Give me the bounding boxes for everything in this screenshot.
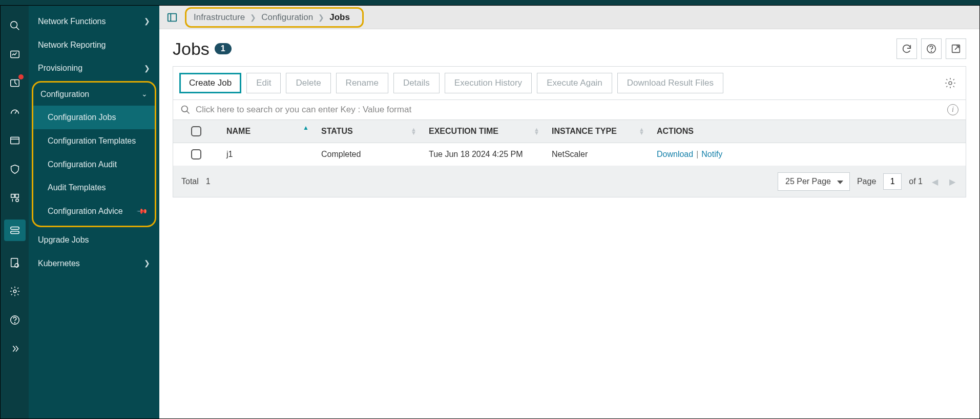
breadcrumb-infrastructure[interactable]: Infrastructure [194, 12, 245, 23]
svg-point-0 [10, 22, 17, 28]
sidebar-item-label: Configuration [40, 89, 89, 100]
svg-point-20 [931, 51, 931, 51]
chevron-right-icon: ❯ [144, 64, 150, 73]
create-job-button[interactable]: Create Job [179, 73, 241, 93]
breadcrumb-configuration[interactable]: Configuration [261, 12, 313, 23]
header-checkbox [173, 120, 219, 143]
sidebar-item-label: Configuration Advice [48, 206, 123, 217]
total-label: Total [181, 177, 199, 186]
report-icon[interactable] [8, 255, 22, 270]
rename-button[interactable]: Rename [336, 73, 388, 93]
cell-status: Completed [314, 143, 422, 166]
chevron-right-icon: ❯ [250, 13, 256, 22]
info-icon[interactable]: i [947, 104, 958, 115]
per-page-select[interactable]: 25 Per Page [778, 172, 850, 191]
sidebar-item-label: Configuration Jobs [48, 112, 116, 123]
search-row: i [173, 99, 966, 119]
sidebar-item-kubernetes[interactable]: Kubernetes ❯ [29, 252, 159, 275]
header-execution-time[interactable]: EXECUTION TIME▲▼ [422, 120, 545, 143]
sidebar-item-network-functions[interactable]: Network Functions ❯ [29, 10, 159, 33]
svg-point-14 [13, 290, 16, 293]
sidebar-sub-configuration-advice[interactable]: Configuration Advice 📌 [33, 199, 155, 223]
sidebar-item-label: Network Reporting [38, 39, 106, 51]
notify-link[interactable]: Notify [701, 150, 722, 159]
pin-icon[interactable]: 📌 [136, 205, 149, 217]
count-badge: 1 [215, 43, 232, 54]
sidebar-item-label: Configuration Templates [48, 135, 136, 147]
svg-rect-5 [10, 137, 19, 144]
search-input[interactable] [196, 105, 942, 115]
settings-icon[interactable] [8, 284, 22, 298]
window-icon[interactable] [8, 133, 22, 148]
refresh-icon[interactable] [896, 38, 917, 59]
prev-page-icon[interactable]: ◀ [930, 177, 940, 187]
sidebar-sub-configuration-audit[interactable]: Configuration Audit [33, 153, 155, 176]
page-input[interactable] [883, 173, 902, 190]
sidebar-item-upgrade-jobs[interactable]: Upgrade Jobs [29, 228, 159, 252]
breadcrumb-bar: Infrastructure ❯ Configuration ❯ Jobs [159, 6, 979, 29]
svg-rect-12 [11, 258, 17, 267]
top-accent-bar [0, 0, 980, 5]
sidebar-configuration-children: Configuration Jobs Configuration Templat… [33, 106, 155, 223]
cell-instance-type: NetScaler [545, 143, 650, 166]
help-icon[interactable] [8, 313, 22, 327]
next-page-icon[interactable]: ▶ [947, 177, 957, 187]
sidebar: Network Functions ❯ Network Reporting Pr… [29, 6, 159, 418]
sidebar-item-configuration[interactable]: Configuration ⌄ [33, 83, 155, 106]
svg-rect-17 [168, 13, 177, 21]
svg-line-24 [187, 111, 190, 114]
edit-button[interactable]: Edit [246, 73, 281, 93]
page-label: Page [857, 177, 876, 186]
sidebar-sub-audit-templates[interactable]: Audit Templates [33, 176, 155, 199]
sort-icon: ▲▼ [411, 128, 416, 135]
delete-button[interactable]: Delete [286, 73, 330, 93]
table-settings-icon[interactable] [941, 74, 960, 92]
chevron-down-icon: ⌄ [141, 89, 148, 99]
details-button[interactable]: Details [393, 73, 440, 93]
inbox-icon[interactable] [8, 76, 22, 90]
sort-icon: ▲▼ [534, 128, 539, 135]
sidebar-item-provisioning[interactable]: Provisioning ❯ [29, 56, 159, 80]
select-all-checkbox[interactable] [191, 126, 201, 136]
notification-dot [18, 74, 24, 79]
chevron-right-icon: ❯ [144, 16, 150, 26]
search-icon[interactable] [8, 18, 22, 33]
sidebar-sub-configuration-templates[interactable]: Configuration Templates [33, 129, 155, 153]
execute-again-button[interactable]: Execute Again [537, 73, 612, 93]
sidebar-sub-configuration-jobs[interactable]: Configuration Jobs [33, 106, 155, 129]
help-icon[interactable] [921, 38, 942, 59]
sidebar-item-label: Configuration Audit [48, 159, 117, 170]
apps-icon[interactable] [8, 191, 22, 205]
header-status[interactable]: STATUS▲▼ [314, 120, 422, 143]
sort-icon: ▲▼ [639, 128, 644, 135]
chevron-right-icon: ❯ [318, 13, 324, 22]
jobs-table: NAME▲ STATUS▲▼ EXECUTION TIME▲▼ INSTANCE… [173, 120, 966, 197]
gauge-icon[interactable] [8, 105, 22, 119]
table-row: j1 Completed Tue Jun 18 2024 4:25 PM Net… [173, 143, 966, 166]
icon-rail [1, 6, 29, 418]
search-icon [180, 105, 191, 115]
content: Jobs 1 Create Job Edit Delete Rename Det… [159, 29, 979, 418]
page-of-label: of 1 [909, 177, 923, 186]
external-link-icon[interactable] [946, 38, 966, 59]
shield-icon[interactable] [8, 162, 22, 176]
sidebar-item-label: Upgrade Jobs [38, 234, 89, 246]
sidebar-item-label: Audit Templates [48, 182, 106, 193]
panel-toggle-icon[interactable] [166, 12, 178, 23]
svg-rect-11 [10, 231, 19, 234]
main-panel: Infrastructure ❯ Configuration ❯ Jobs Jo… [159, 6, 979, 418]
sidebar-item-network-reporting[interactable]: Network Reporting [29, 33, 159, 57]
header-name[interactable]: NAME▲ [219, 120, 314, 143]
row-checkbox[interactable] [191, 149, 201, 159]
download-link[interactable]: Download [657, 150, 693, 159]
expand-icon[interactable] [8, 342, 22, 356]
header-instance-type[interactable]: INSTANCE TYPE▲▼ [545, 120, 650, 143]
breadcrumb-jobs: Jobs [329, 12, 350, 23]
download-result-files-button[interactable]: Download Result Files [617, 73, 723, 93]
toolbar: Create Job Edit Delete Rename Details Ex… [173, 66, 966, 120]
action-row: Create Job Edit Delete Rename Details Ex… [173, 67, 966, 99]
execution-history-button[interactable]: Execution History [445, 73, 532, 93]
storage-icon[interactable] [4, 220, 26, 241]
svg-point-22 [949, 82, 952, 85]
dashboard-icon[interactable] [8, 47, 22, 62]
